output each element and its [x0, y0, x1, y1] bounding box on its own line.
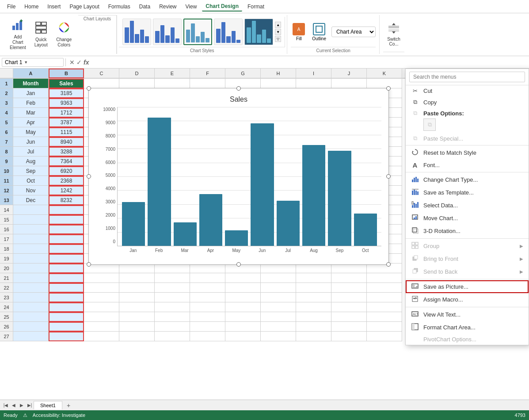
row-num-14[interactable]: 14: [0, 205, 13, 215]
cell-c26[interactable]: [84, 322, 119, 332]
cell-j21[interactable]: [331, 273, 367, 283]
search-input[interactable]: [409, 72, 525, 82]
cell-k26[interactable]: [367, 322, 402, 332]
menu-view[interactable]: View: [182, 2, 201, 11]
cell-i24[interactable]: [296, 302, 331, 312]
cell-d21[interactable]: [119, 273, 155, 283]
bar-Sep[interactable]: [328, 151, 351, 246]
cell-e21[interactable]: [155, 273, 190, 283]
cancel-formula-icon[interactable]: ✕: [69, 59, 75, 66]
menu-format-chart-area[interactable]: Format Chart Area...: [406, 321, 529, 334]
row-num-15[interactable]: 15: [0, 215, 13, 225]
bar-Aug[interactable]: [302, 145, 325, 246]
menu-home[interactable]: Home: [21, 2, 42, 11]
paste-icon-1[interactable]: ⧉: [423, 118, 436, 131]
chart-handle-tl[interactable]: [87, 86, 91, 91]
cell-b10[interactable]: 6920: [49, 166, 84, 176]
menu-copy[interactable]: ⧉ Copy: [406, 96, 529, 108]
cell-j24[interactable]: [331, 302, 367, 312]
row-num-26[interactable]: 26: [0, 322, 13, 332]
cell-h21[interactable]: [261, 273, 296, 283]
cell-a21[interactable]: [13, 273, 49, 283]
cell-a16[interactable]: [13, 225, 49, 234]
cell-i21[interactable]: [296, 273, 331, 283]
cell-k24[interactable]: [367, 302, 402, 312]
cell-a17[interactable]: [13, 234, 49, 244]
confirm-formula-icon[interactable]: ✓: [76, 59, 82, 66]
cell-f26[interactable]: [190, 322, 225, 332]
row-num-9[interactable]: 9: [0, 157, 13, 166]
cell-k22[interactable]: [367, 283, 402, 293]
cell-f21[interactable]: [190, 273, 225, 283]
cell-f24[interactable]: [190, 302, 225, 312]
menu-paste-special[interactable]: ⧉ Paste Special...: [406, 133, 529, 144]
cell-b9[interactable]: 7364: [49, 157, 84, 166]
cell-c22[interactable]: [84, 283, 119, 293]
cell-d27[interactable]: [119, 332, 155, 341]
chart-style-3[interactable]: [183, 19, 212, 45]
cell-b26[interactable]: [49, 322, 84, 332]
cell-f22[interactable]: [190, 283, 225, 293]
change-colors-btn[interactable]: ChangeColors: [53, 19, 75, 50]
row-num-19[interactable]: 19: [0, 254, 13, 263]
chart-handle-bl[interactable]: [87, 262, 91, 267]
cell-f1[interactable]: [190, 79, 225, 88]
menu-save-as-picture[interactable]: Save as Picture...: [406, 280, 529, 293]
menu-change-chart-type[interactable]: Change Chart Type...: [406, 173, 529, 186]
menu-file[interactable]: File: [4, 2, 19, 11]
chart-handle-bc[interactable]: [236, 262, 241, 267]
cell-g25[interactable]: [225, 312, 261, 322]
cell-h20[interactable]: [261, 263, 296, 273]
bar-Jan[interactable]: [122, 202, 145, 246]
bar-Jul[interactable]: [277, 201, 300, 246]
cell-k1[interactable]: [367, 79, 402, 88]
menu-formulas[interactable]: Formulas: [105, 2, 134, 11]
row-num-22[interactable]: 22: [0, 283, 13, 293]
bar-Mar[interactable]: [174, 222, 197, 246]
cell-b16[interactable]: [49, 225, 84, 234]
row-num-21[interactable]: 21: [0, 273, 13, 283]
bar-May[interactable]: [225, 230, 248, 246]
tab-arrow-left[interactable]: ◀: [10, 401, 18, 409]
menu-cut[interactable]: ✂ Cut: [406, 85, 529, 96]
cell-b23[interactable]: [49, 293, 84, 302]
col-header-c[interactable]: C: [84, 69, 119, 78]
cell-c25[interactable]: [84, 312, 119, 322]
sheet-tab-sheet1[interactable]: Sheet1: [34, 401, 62, 409]
cell-a25[interactable]: [13, 312, 49, 322]
row-num-23[interactable]: 23: [0, 293, 13, 302]
cell-b2[interactable]: 3185: [49, 88, 84, 98]
cell-e27[interactable]: [155, 332, 190, 341]
menu-data[interactable]: Data: [136, 2, 154, 11]
cell-k27[interactable]: [367, 332, 402, 341]
cell-h1[interactable]: [261, 79, 296, 88]
cell-b22[interactable]: [49, 283, 84, 293]
cell-b11[interactable]: 2368: [49, 176, 84, 186]
cell-h27[interactable]: [261, 332, 296, 341]
cell-h22[interactable]: [261, 283, 296, 293]
tab-arrow-left-first[interactable]: |◀: [2, 401, 10, 409]
name-box[interactable]: Chart 1 ▼: [2, 58, 64, 67]
cell-i27[interactable]: [296, 332, 331, 341]
cell-a8[interactable]: Jul: [13, 147, 49, 157]
add-sheet-btn[interactable]: +: [63, 401, 74, 410]
cell-j20[interactable]: [331, 263, 367, 273]
cell-a22[interactable]: [13, 283, 49, 293]
bar-Oct[interactable]: [354, 214, 377, 246]
menu-bring-to-front[interactable]: Bring to Front ▶: [406, 252, 529, 265]
row-num-6[interactable]: 6: [0, 127, 13, 137]
col-header-f[interactable]: F: [190, 69, 225, 78]
cell-b19[interactable]: [49, 254, 84, 263]
row-num-10[interactable]: 10: [0, 166, 13, 176]
row-num-4[interactable]: 4: [0, 108, 13, 118]
cell-a10[interactable]: Sep: [13, 166, 49, 176]
cell-b12[interactable]: 1242: [49, 186, 84, 195]
cell-e20[interactable]: [155, 263, 190, 273]
cell-f23[interactable]: [190, 293, 225, 302]
menu-pivot-chart[interactable]: PivotChart Options...: [406, 334, 529, 345]
cell-j22[interactable]: [331, 283, 367, 293]
row-num-5[interactable]: 5: [0, 118, 13, 127]
cell-g21[interactable]: [225, 273, 261, 283]
cell-e1[interactable]: [155, 79, 190, 88]
formula-input[interactable]: [91, 59, 527, 65]
